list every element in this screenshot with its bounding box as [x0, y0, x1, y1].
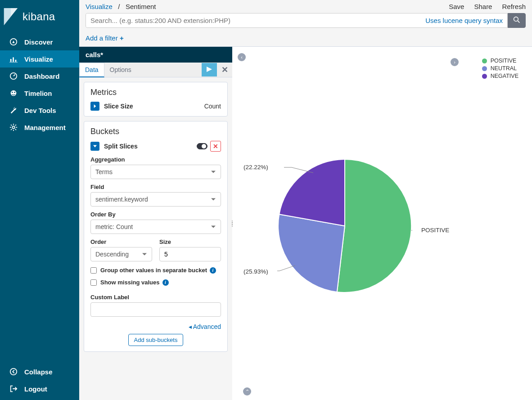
- legend-item-neutral[interactable]: NEUTRAL: [482, 65, 518, 72]
- svg-line-21: [518, 21, 519, 22]
- compass-icon: [9, 37, 18, 46]
- breadcrumb-sep: /: [114, 3, 124, 10]
- collapse-icon: [9, 367, 18, 376]
- close-icon: ✕: [221, 65, 228, 75]
- chevron-left-icon: ‹: [241, 54, 243, 60]
- svg-line-15: [11, 125, 12, 126]
- save-button[interactable]: Save: [449, 3, 464, 10]
- nav-label: Dev Tools: [24, 107, 56, 114]
- chevron-right-icon: [93, 104, 97, 108]
- sidebar-logout[interactable]: Logout: [0, 380, 79, 397]
- advanced-toggle[interactable]: ◂ Advanced: [189, 323, 221, 330]
- svg-rect-2: [13, 57, 14, 62]
- svg-line-16: [15, 129, 16, 130]
- panel-resize-handle[interactable]: ⋮⋮: [230, 222, 234, 225]
- bucket-delete-button[interactable]: ✕: [210, 141, 221, 152]
- size-label: Size: [159, 238, 221, 245]
- svg-point-20: [514, 17, 518, 22]
- add-filter-button[interactable]: Add a filter +: [86, 34, 124, 42]
- play-icon: [207, 66, 212, 73]
- nav-label: Discover: [24, 38, 53, 46]
- caret-left-icon: ◂: [189, 323, 192, 330]
- pie-slice-neutral[interactable]: [278, 214, 345, 292]
- svg-line-6: [14, 74, 15, 76]
- legend-dot-icon: [482, 66, 487, 71]
- svg-point-9: [14, 92, 15, 93]
- slice-label-negative: (22.22%): [243, 164, 268, 171]
- info-icon[interactable]: i: [162, 279, 169, 286]
- index-pattern-label: calls*: [79, 47, 232, 63]
- buckets-title: Buckets: [90, 127, 221, 136]
- aggregation-label: Aggregation: [90, 156, 221, 163]
- sidebar-item-timelion[interactable]: Timelion: [0, 85, 79, 102]
- legend-dot-icon: [482, 74, 487, 79]
- bucket-toggle[interactable]: [90, 142, 99, 151]
- svg-point-19: [10, 369, 17, 375]
- group-other-checkbox[interactable]: [90, 267, 97, 274]
- plus-icon: +: [120, 34, 124, 42]
- info-icon[interactable]: i: [210, 267, 216, 274]
- add-sub-buckets-button[interactable]: Add sub-buckets: [128, 334, 184, 346]
- svg-point-10: [12, 126, 14, 128]
- chart-legend: POSITIVE NEUTRAL NEGATIVE: [482, 58, 518, 81]
- logo[interactable]: kibana: [0, 0, 79, 33]
- size-input[interactable]: [159, 247, 221, 261]
- apply-changes-button[interactable]: [202, 63, 217, 76]
- split-slices-label: Split Slices: [104, 143, 138, 150]
- legend-dot-icon: [482, 58, 487, 63]
- order-select[interactable]: Descending: [90, 247, 152, 261]
- group-other-label: Group other values in separate bucket: [100, 267, 207, 274]
- slice-label-neutral: (25.93%): [243, 268, 268, 275]
- metric-toggle[interactable]: [90, 102, 99, 111]
- search-input[interactable]: [86, 13, 421, 27]
- field-select[interactable]: sentiment.keyword: [90, 192, 221, 207]
- nav-label: Management: [24, 124, 66, 131]
- custom-label-label: Custom Label: [90, 294, 221, 301]
- chevron-down-icon: [93, 144, 97, 148]
- orderby-select[interactable]: metric: Count: [90, 220, 221, 234]
- share-button[interactable]: Share: [474, 3, 492, 10]
- field-label: Field: [90, 184, 221, 190]
- legend-item-negative[interactable]: NEGATIVE: [482, 73, 518, 79]
- slice-label-positive: POSITIVE: [421, 227, 449, 234]
- show-missing-checkbox[interactable]: [90, 279, 97, 286]
- chevron-up-icon: ⌃: [245, 389, 249, 395]
- sidebar-item-discover[interactable]: Discover: [0, 33, 79, 50]
- show-missing-label: Show missing values: [100, 279, 160, 286]
- wrench-icon: [9, 106, 18, 115]
- bucket-enable-toggle[interactable]: [197, 143, 207, 149]
- timelion-icon: [9, 89, 18, 98]
- search-button[interactable]: [508, 13, 526, 28]
- refresh-button[interactable]: Refresh: [502, 3, 526, 10]
- scroll-top-button[interactable]: ⌃: [243, 387, 251, 396]
- lucene-syntax-link[interactable]: Uses lucene query syntax: [421, 13, 507, 27]
- sidebar-collapse[interactable]: Collapse: [0, 363, 79, 380]
- tab-data[interactable]: Data: [79, 63, 104, 77]
- svg-rect-1: [10, 59, 12, 62]
- breadcrumb-root[interactable]: Visualize: [86, 3, 113, 10]
- sidebar-item-visualize[interactable]: Visualize: [0, 50, 79, 67]
- nav-label: Visualize: [24, 55, 53, 63]
- sidebar-item-devtools[interactable]: Dev Tools: [0, 102, 79, 119]
- aggregation-select[interactable]: Terms: [90, 165, 221, 179]
- custom-label-input[interactable]: [90, 302, 221, 317]
- svg-line-18: [15, 125, 16, 126]
- legend-item-positive[interactable]: POSITIVE: [482, 58, 518, 64]
- nav-label: Dashboard: [24, 72, 59, 80]
- metric-count-value: Count: [204, 103, 221, 110]
- metric-slice-size-label: Slice Size: [104, 103, 133, 110]
- search-icon: [513, 16, 520, 25]
- legend-prev-button[interactable]: ‹: [238, 53, 246, 61]
- tab-options[interactable]: Options: [104, 63, 137, 76]
- sidebar-item-dashboard[interactable]: Dashboard: [0, 67, 79, 85]
- discard-changes-button[interactable]: ✕: [217, 63, 232, 76]
- pie-slice-positive[interactable]: [337, 159, 411, 292]
- metrics-title: Metrics: [90, 88, 221, 97]
- sidebar-item-management[interactable]: Management: [0, 119, 79, 136]
- breadcrumb-current: Sentiment: [126, 3, 156, 10]
- orderby-label: Order By: [90, 211, 221, 218]
- gear-icon: [9, 123, 18, 132]
- svg-line-17: [11, 129, 12, 130]
- legend-next-button[interactable]: ›: [451, 58, 459, 66]
- pie-slice-negative[interactable]: [279, 159, 345, 226]
